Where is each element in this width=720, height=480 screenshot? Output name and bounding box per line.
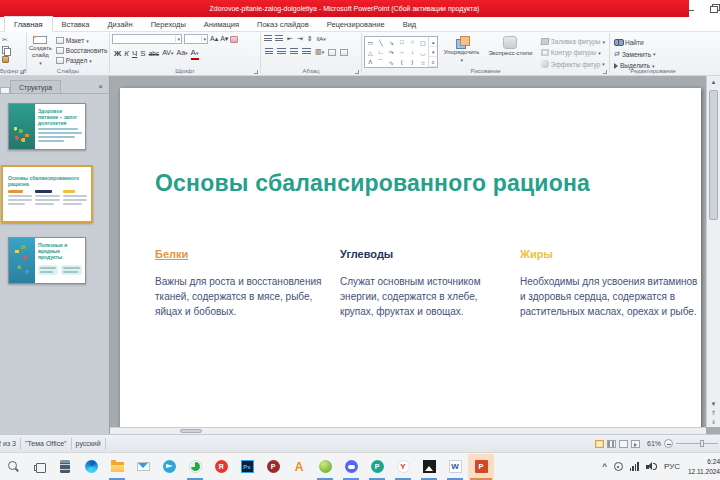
shape-triangle-icon[interactable]: △ (368, 49, 373, 56)
font-size-combo[interactable]: ▾ (184, 34, 208, 44)
zoom-out-button[interactable] (664, 439, 673, 448)
vertical-scroll-thumb[interactable] (709, 90, 718, 220)
new-slide-button[interactable]: Создать слайд ▾ (29, 34, 52, 66)
normal-view-button[interactable] (595, 440, 604, 448)
taskbar-green-clock-app-button[interactable] (182, 454, 208, 480)
horizontal-scroll-thumb[interactable] (180, 429, 202, 433)
shape-freeform-icon[interactable]: Λ (368, 59, 372, 65)
shapes-scroll-up[interactable]: ▴ (429, 37, 437, 47)
slideshow-view-button[interactable] (631, 440, 640, 448)
tab-review[interactable]: Рецензирование (318, 17, 394, 31)
shape-arc-icon[interactable]: ◡ (420, 49, 425, 56)
reading-view-button[interactable] (619, 440, 628, 448)
shape-curve-icon[interactable]: ⌒ (378, 58, 384, 67)
taskbar-search-button[interactable] (0, 454, 26, 480)
taskbar-a-app-button[interactable]: A (286, 454, 312, 480)
zoom-slider[interactable] (676, 443, 718, 444)
clipboard-dialog-launcher[interactable] (20, 70, 24, 74)
shape-right-brace-icon[interactable]: } (411, 59, 413, 65)
drawing-dialog-launcher[interactable] (603, 70, 607, 74)
bullets-icon[interactable] (265, 35, 272, 43)
arrange-button[interactable]: Упорядочить ▾ (441, 34, 482, 66)
shrink-font-button[interactable]: А▾ (220, 35, 228, 43)
taskbar-calculator-button[interactable] (52, 454, 78, 480)
minimize-button[interactable] (686, 4, 696, 14)
column-proteins[interactable]: Белки Важны для роста и восстановления т… (155, 248, 333, 319)
decrease-indent-icon[interactable]: ⇤ (287, 35, 293, 43)
slide-thumbnail-2-selected[interactable]: Основы сбалансированного рациона (1, 165, 93, 223)
clear-formatting-icon[interactable] (230, 36, 238, 43)
format-painter-icon[interactable] (2, 56, 9, 63)
taskbar-yandex-browser-button[interactable]: Я (208, 454, 234, 480)
slide-thumbnail-3[interactable]: Полезные и вредные продукты (8, 237, 86, 284)
change-case-button[interactable]: Aa▾ (176, 48, 187, 58)
shape-rectangle-icon[interactable]: □ (400, 39, 404, 45)
shape-elbow-icon[interactable]: ∟ (378, 49, 384, 55)
bold-button[interactable]: Ж (114, 49, 121, 58)
restore-button[interactable] (708, 4, 718, 14)
tab-animations[interactable]: Анимация (195, 17, 248, 31)
convert-smartart-icon[interactable] (340, 49, 348, 56)
shape-curved-arrow-icon[interactable]: ↷ (389, 49, 394, 56)
tab-view[interactable]: Вид (394, 17, 426, 31)
network-icon[interactable] (630, 462, 639, 471)
column-carbs[interactable]: Углеводы Служат основным источником энер… (340, 248, 505, 319)
taskbar-edge-button[interactable] (78, 454, 104, 480)
replace-button[interactable]: ⇄ Заменить▾ (612, 49, 694, 59)
taskbar-taskview-button[interactable] (26, 454, 52, 480)
taskbar-powerpoint-button[interactable]: P (468, 454, 494, 480)
tab-outline-panel[interactable]: Структура (10, 80, 61, 93)
numbering-icon[interactable] (276, 35, 283, 43)
shapes-more-button[interactable]: ≡ (429, 57, 437, 67)
shape-oval-icon[interactable]: ○ (411, 39, 415, 45)
text-shadow-button[interactable]: S (140, 49, 145, 58)
columns-icon[interactable]: ▥▾ (315, 48, 324, 56)
taskbar-photos-button[interactable] (416, 454, 442, 480)
justify-icon[interactable] (302, 48, 311, 56)
align-text-icon[interactable] (328, 49, 336, 56)
font-dialog-launcher[interactable] (254, 70, 258, 74)
tab-home[interactable]: Главная (4, 16, 53, 32)
zoom-level[interactable]: 61% (647, 440, 661, 447)
slide-thumbnail-1[interactable]: Здоровое питание – залог долголетия (8, 103, 86, 150)
paragraph-dialog-launcher[interactable] (355, 70, 359, 74)
underline-button[interactable]: Ч (132, 49, 137, 58)
copy-icon[interactable] (2, 46, 9, 54)
shape-rounded-rect-icon[interactable]: ▢ (420, 39, 426, 46)
horizontal-scrollbar[interactable] (110, 427, 706, 434)
slide-sorter-view-button[interactable] (607, 440, 616, 448)
taskbar-telegram-button[interactable] (156, 454, 182, 480)
font-name-combo[interactable]: ▾ (112, 34, 182, 44)
volume-icon[interactable] (646, 462, 657, 471)
shape-outline-button[interactable]: Контур фигуры▾ (539, 48, 607, 57)
tab-slideshow[interactable]: Показ слайдов (248, 17, 318, 31)
taskbar-yandex-y-button[interactable]: Y (390, 454, 416, 480)
taskbar-mail-button[interactable] (130, 454, 156, 480)
line-spacing-icon[interactable]: ⇕ (307, 35, 313, 43)
section-button[interactable]: Раздел▾ (54, 56, 110, 65)
font-color-button[interactable]: А▾ (191, 48, 199, 58)
shape-scribble-icon[interactable]: ∿ (389, 59, 394, 66)
character-spacing-button[interactable]: AV▾ (162, 48, 173, 58)
current-slide[interactable]: Основы сбалансированного рациона Белки В… (120, 88, 701, 431)
clock[interactable]: 6:24 12.11.2024 (687, 457, 720, 477)
tab-transitions[interactable]: Переходы (142, 17, 195, 31)
tab-insert[interactable]: Вставка (53, 17, 99, 31)
cut-icon[interactable]: ✂ (2, 36, 24, 44)
taskbar-teal-p-app-button[interactable]: P (364, 454, 390, 480)
grow-font-button[interactable]: А▴ (210, 35, 218, 43)
find-button[interactable]: Найти (612, 37, 694, 47)
column-fats[interactable]: Жиры Необходимы для усвоения витаминов и… (520, 248, 701, 319)
zoom-slider-thumb[interactable] (700, 440, 704, 447)
panel-close-icon[interactable]: × (94, 80, 107, 93)
scroll-up-icon[interactable]: ▲ (707, 76, 720, 88)
language-indicator[interactable]: РУС (664, 462, 680, 471)
previous-slide-button[interactable]: ⇑ (711, 409, 716, 418)
taskbar-photoshop-button[interactable]: Ps (234, 454, 260, 480)
shapes-scroll-down[interactable]: ▾ (429, 47, 437, 57)
align-left-icon[interactable] (265, 48, 273, 56)
slide-title[interactable]: Основы сбалансированного рациона (155, 170, 590, 197)
next-slide-button[interactable]: ⇓ (711, 418, 716, 427)
tab-design[interactable]: Дизайн (98, 17, 141, 31)
reset-button[interactable]: Восстановить (54, 46, 110, 55)
